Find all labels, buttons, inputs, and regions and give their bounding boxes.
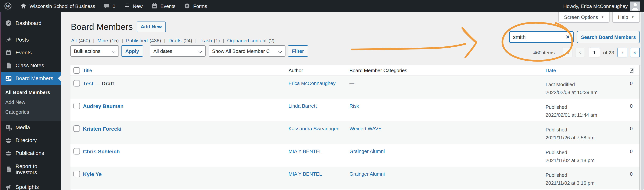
- id-card-icon: [5, 75, 12, 82]
- calendar-icon: [151, 3, 158, 9]
- row-checkbox[interactable]: [74, 103, 80, 109]
- sidebar-item-board-members[interactable]: Board Members: [0, 72, 61, 85]
- row-checkbox[interactable]: [74, 171, 80, 177]
- view-trash-link[interactable]: Trash: [200, 38, 212, 43]
- sidebar-item-dashboard[interactable]: Dashboard: [0, 17, 61, 29]
- view-mine-link[interactable]: Mine: [97, 38, 108, 43]
- clear-search-icon[interactable]: ✕: [566, 34, 570, 40]
- wordpress-admin-screen: W Wisconsin School of Business 0 New Eve…: [0, 0, 644, 190]
- comment-icon: [104, 3, 110, 9]
- sidebar-item-class-notes[interactable]: Class Notes: [0, 59, 61, 72]
- select-all-checkbox[interactable]: [74, 67, 80, 74]
- row-checkbox[interactable]: [74, 148, 80, 155]
- row-title-link[interactable]: Kristen Forecki: [83, 126, 122, 132]
- date-cell: Published2021/11/02 at 3:18 pm: [546, 144, 616, 167]
- table-row: Kristen Forecki Kassandra Swearingen Wei…: [70, 121, 640, 144]
- board-members-submenu: All Board Members Add New Categories: [0, 85, 61, 121]
- view-orphaned-link[interactable]: Orphaned content: [227, 38, 266, 43]
- row-checkbox[interactable]: [74, 125, 80, 132]
- megaphone-icon: [5, 183, 12, 190]
- view-all: All(460): [71, 38, 97, 43]
- wordpress-menu[interactable]: W: [0, 0, 16, 12]
- category-link[interactable]: Grainger Alumni: [350, 148, 385, 154]
- count-cell: 0: [616, 144, 640, 167]
- caret-down-icon: ▼: [631, 15, 634, 19]
- export-icon[interactable]: [628, 67, 635, 74]
- submenu-categories[interactable]: Categories: [0, 107, 61, 117]
- table-row: Kyle Ye MIA Y BENTEL Grainger Alumni Pub…: [70, 167, 640, 189]
- forms-menu[interactable]: Forms: [180, 0, 212, 12]
- list-toolbar: Bulk actions Apply All dates Show All Bo…: [70, 45, 308, 57]
- sort-by-title[interactable]: Title: [83, 68, 92, 73]
- first-page-button[interactable]: «: [562, 48, 572, 57]
- gravity-forms-icon: [184, 3, 191, 9]
- current-page-input[interactable]: 1: [589, 48, 600, 57]
- view-drafts-link[interactable]: Drafts: [168, 38, 182, 43]
- filter-button[interactable]: Filter: [288, 45, 308, 57]
- add-new-button[interactable]: Add New: [136, 21, 166, 32]
- help-button[interactable]: Help ▼: [612, 12, 640, 23]
- screen-meta: Screen Options ▼ Help ▼: [558, 12, 640, 23]
- search-value: smith: [513, 34, 526, 40]
- last-page-button[interactable]: »: [630, 48, 640, 57]
- site-name-label: Wisconsin School of Business: [30, 3, 95, 9]
- plus-icon: [124, 3, 130, 9]
- person-icon: [630, 1, 640, 11]
- search-board-members-button[interactable]: Search Board Members: [577, 31, 640, 43]
- date-cell: Published2022/02/01 at 11:44 am: [546, 98, 616, 121]
- row-title-link[interactable]: Test: [83, 81, 94, 87]
- scrollbar[interactable]: [641, 12, 644, 190]
- sidebar-item-media[interactable]: Media: [0, 121, 61, 134]
- author-link[interactable]: MIA Y BENTEL: [288, 148, 322, 154]
- howdy-label: Howdy, Erica McConnaughey: [563, 3, 628, 9]
- admin-bar: W Wisconsin School of Business 0 New Eve…: [0, 0, 644, 12]
- sidebar-item-spotlights[interactable]: Spotlights: [0, 181, 61, 190]
- caret-down-icon: ▼: [601, 15, 604, 19]
- category-link[interactable]: Weinert WAVE: [350, 126, 382, 131]
- column-author: Author: [288, 65, 350, 76]
- account-menu[interactable]: Howdy, Erica McConnaughey: [559, 0, 644, 12]
- row-title-link[interactable]: Kyle Ye: [83, 171, 102, 177]
- apply-button[interactable]: Apply: [121, 45, 143, 57]
- new-label: New: [133, 3, 142, 9]
- category-link[interactable]: Grainger Alumni: [350, 171, 385, 177]
- sidebar-item-report-to-investors[interactable]: Report to Investors: [0, 159, 61, 179]
- author-link[interactable]: Linda Barrett: [288, 103, 317, 109]
- row-checkbox[interactable]: [74, 80, 80, 87]
- site-name-menu[interactable]: Wisconsin School of Business: [16, 0, 100, 12]
- search-input[interactable]: smith ✕: [509, 31, 574, 43]
- dates-filter-select[interactable]: All dates: [150, 45, 206, 57]
- sidebar-item-publications[interactable]: Publications: [0, 147, 61, 159]
- new-content-menu[interactable]: New: [120, 0, 147, 12]
- date-cell: Published2021/11/26 at 7:58 am: [546, 121, 616, 144]
- screen-options-button[interactable]: Screen Options ▼: [558, 12, 610, 23]
- submenu-add-new[interactable]: Add New: [0, 97, 61, 107]
- category-link[interactable]: Risk: [350, 103, 359, 109]
- sidebar-item-posts[interactable]: Posts: [0, 33, 61, 46]
- calendar-icon: [5, 49, 12, 56]
- comments-menu[interactable]: 0: [100, 0, 120, 12]
- sort-by-date[interactable]: Date: [546, 68, 556, 73]
- events-menu[interactable]: Events: [147, 0, 180, 12]
- author-link[interactable]: MIA Y BENTEL: [288, 171, 322, 177]
- table-row: Chris Schleich MIA Y BENTEL Grainger Alu…: [70, 144, 640, 167]
- groups-icon: [5, 149, 12, 157]
- document-icon: [5, 166, 12, 173]
- row-title-link[interactable]: Chris Schleich: [83, 148, 120, 155]
- count-cell: 0: [616, 167, 640, 189]
- category-filter-select[interactable]: Show All Board Member C: [208, 45, 286, 57]
- view-published: Published(436): [126, 38, 168, 43]
- view-all-link[interactable]: All: [71, 38, 77, 43]
- row-title-link[interactable]: Audrey Bauman: [83, 103, 124, 109]
- next-page-button[interactable]: ›: [618, 48, 627, 57]
- sidebar-item-directory[interactable]: Directory: [0, 134, 61, 147]
- sidebar-item-events[interactable]: Events: [0, 46, 61, 59]
- svg-text:W: W: [6, 4, 10, 8]
- prev-page-button[interactable]: ‹: [575, 48, 585, 57]
- title-row: Board Members Add New: [71, 21, 166, 32]
- submenu-all-board-members[interactable]: All Board Members: [0, 88, 61, 97]
- bulk-actions-select[interactable]: Bulk actions: [70, 45, 119, 57]
- author-link[interactable]: Kassandra Swearingen: [288, 126, 340, 131]
- author-link[interactable]: Erica McConnaughey: [288, 81, 336, 86]
- view-published-link[interactable]: Published: [126, 38, 148, 43]
